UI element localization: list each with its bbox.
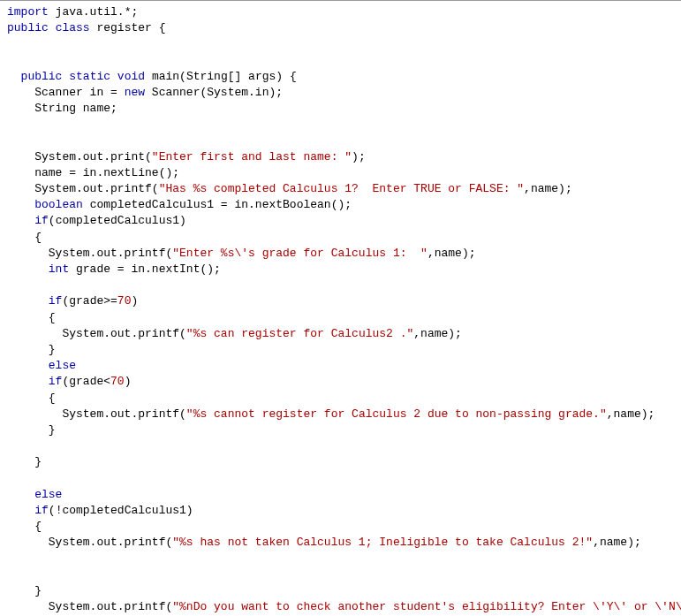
code-line: if(grade<70): [7, 375, 131, 388]
code-line: System.out.printf("%s cannot register fo…: [7, 407, 655, 421]
code-line: public class register {: [7, 21, 165, 34]
code-line: public static void main(String[] args) {: [7, 70, 297, 83]
code-line: {: [7, 520, 42, 533]
code-line: }: [7, 343, 56, 356]
code-line: }: [7, 423, 56, 437]
code-line: System.out.printf("%s has not taken Calc…: [7, 536, 641, 549]
code-line: System.out.printf("%s can register for C…: [7, 327, 462, 340]
code-line: {: [7, 392, 56, 405]
code-line: else: [7, 359, 76, 372]
code-line: Scanner in = new Scanner(System.in);: [7, 86, 283, 99]
code-line: String name;: [7, 102, 117, 115]
code-line: if(!completedCalculus1): [7, 504, 193, 517]
code-block: import java.util.*; public class registe…: [0, 0, 681, 616]
code-line: System.out.printf("Has %s completed Calc…: [7, 182, 572, 195]
code-line: import java.util.*;: [7, 5, 138, 19]
code-line: System.out.printf("%nDo you want to chec…: [7, 600, 681, 613]
code-line: name = in.nextLine();: [7, 166, 179, 179]
code-line: System.out.print("Enter first and last n…: [7, 150, 366, 164]
code-line: else: [7, 488, 62, 501]
code-line: boolean completedCalculus1 = in.nextBool…: [7, 198, 352, 211]
code-line: if(completedCalculus1): [7, 214, 186, 227]
code-line: {: [7, 231, 42, 244]
code-line: }: [7, 455, 42, 468]
code-line: }: [7, 584, 42, 597]
code-line: int grade = in.nextInt();: [7, 262, 221, 276]
code-line: if(grade>=70): [7, 294, 138, 308]
code-line: {: [7, 311, 56, 324]
code-line: System.out.printf("Enter %s\'s grade for…: [7, 247, 476, 260]
